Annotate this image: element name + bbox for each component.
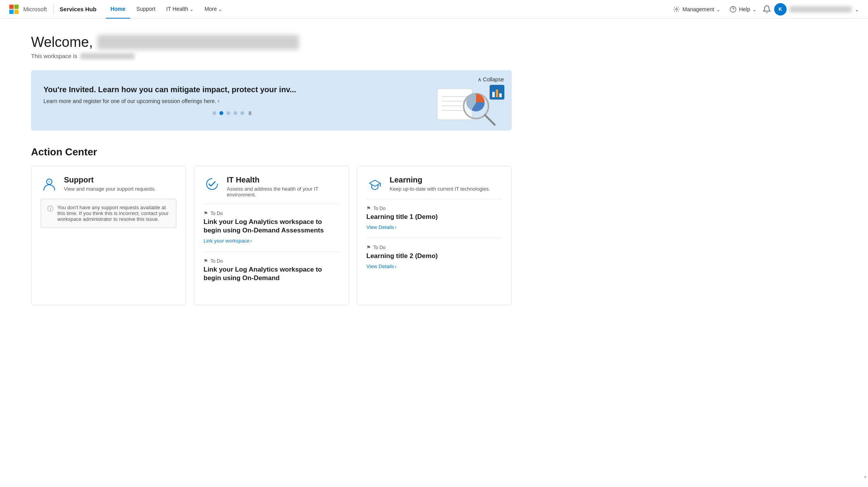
learning-icon xyxy=(366,176,383,193)
link-arrow-1: › xyxy=(250,238,252,244)
it-health-link-workspace[interactable]: Link your workspace › xyxy=(204,238,339,244)
scroll-arrow-down: ▼ xyxy=(863,475,867,479)
ms-logo-grid xyxy=(9,5,19,14)
nav-divider xyxy=(53,5,53,14)
it-health-todo-2: ⚑ To Do Link your Log Analytics workspac… xyxy=(204,258,339,282)
support-card: Support View and manage your support req… xyxy=(31,166,186,305)
username-display xyxy=(790,6,852,12)
main-content: Welcome, This workspace is You're Invite… xyxy=(0,19,543,321)
banner-graphic xyxy=(430,81,499,120)
learning-divider-2 xyxy=(366,238,502,238)
flag-icon-2: ⚑ xyxy=(204,258,208,264)
learning-flag-1: ⚑ xyxy=(366,205,371,211)
help-icon xyxy=(730,6,737,13)
welcome-title: Welcome, xyxy=(31,34,512,50)
learning-link-arrow-2: › xyxy=(395,263,396,269)
learning-view-details-1[interactable]: View Details › xyxy=(366,224,502,230)
dot-4[interactable] xyxy=(233,111,237,115)
nav-right: Management Help K xyxy=(670,3,859,15)
it-health-card-subtitle: Assess and address the health of your IT… xyxy=(227,186,339,198)
workspace-line: This workspace is xyxy=(31,53,512,59)
it-health-divider-2 xyxy=(204,251,339,252)
management-menu[interactable]: Management xyxy=(670,4,723,14)
avatar[interactable]: K xyxy=(774,3,787,15)
banner-title: You're Invited. Learn how you can mitiga… xyxy=(43,85,422,94)
nav-it-health[interactable]: IT Health xyxy=(162,0,198,19)
learning-flag-2: ⚑ xyxy=(366,244,371,250)
support-icon xyxy=(41,176,58,193)
it-health-icon xyxy=(204,176,221,193)
learning-todo-1-title: Learning title 1 (Demo) xyxy=(366,213,502,221)
it-health-card-header: IT Health Assess and address the health … xyxy=(204,176,339,198)
promo-banner: You're Invited. Learn how you can mitiga… xyxy=(31,70,512,131)
info-icon: ⓘ xyxy=(47,205,53,213)
logo-label: Microsoft xyxy=(23,6,47,12)
learning-view-details-2[interactable]: View Details › xyxy=(366,263,502,269)
it-health-chevron xyxy=(190,6,193,12)
help-chevron xyxy=(752,6,756,12)
help-menu[interactable]: Help xyxy=(726,4,759,14)
nav-home[interactable]: Home xyxy=(106,0,130,19)
svg-point-1 xyxy=(730,6,736,12)
it-health-divider xyxy=(204,204,339,204)
it-health-todo-1: ⚑ To Do Link your Log Analytics workspac… xyxy=(204,210,339,244)
user-name-blurred xyxy=(97,35,299,50)
scroll-hint: ▼ xyxy=(863,475,868,479)
learning-todo-1: ⚑ To Do Learning title 1 (Demo) View Det… xyxy=(366,205,502,230)
nav-links: Home Support IT Health More xyxy=(106,0,670,19)
navbar: Microsoft Services Hub Home Support IT H… xyxy=(0,0,868,19)
learning-link-arrow-1: › xyxy=(395,224,396,230)
it-health-todo-1-title: Link your Log Analytics workspace to beg… xyxy=(204,218,339,235)
dot-3[interactable] xyxy=(226,111,230,115)
banner-content: You're Invited. Learn how you can mitiga… xyxy=(43,85,422,116)
banner-chevron-right: › xyxy=(218,98,219,104)
banner-subtitle: Learn more and register for one of our u… xyxy=(43,98,422,104)
svg-point-0 xyxy=(676,8,678,10)
learning-card-header: Learning Keep up-to-date with current IT… xyxy=(366,176,502,193)
it-health-todo-2-title: Link your Log Analytics workspace to beg… xyxy=(204,265,339,282)
gear-icon xyxy=(673,6,680,13)
learning-todo-2-title: Learning title 2 (Demo) xyxy=(366,252,502,260)
it-health-card-title: IT Health xyxy=(227,176,339,184)
learning-card-subtitle: Keep up-to-date with current IT technolo… xyxy=(390,186,490,192)
learning-card-title: Learning xyxy=(390,176,490,184)
svg-point-16 xyxy=(48,181,50,183)
learning-todo-2: ⚑ To Do Learning title 2 (Demo) View Det… xyxy=(366,244,502,269)
cards-grid: Support View and manage your support req… xyxy=(31,166,512,305)
workspace-name-blurred xyxy=(80,53,135,59)
action-center: Action Center Support View and manage yo… xyxy=(31,146,512,305)
dot-1[interactable] xyxy=(212,111,216,115)
management-chevron xyxy=(716,6,720,12)
microsoft-logo[interactable] xyxy=(9,5,19,14)
dot-5[interactable] xyxy=(240,111,244,115)
support-card-subtitle: View and manage your support requests. xyxy=(64,186,156,192)
notifications-icon[interactable] xyxy=(763,5,771,14)
nav-more[interactable]: More xyxy=(200,0,227,19)
support-card-header: Support View and manage your support req… xyxy=(41,176,176,193)
user-chevron[interactable] xyxy=(855,6,859,13)
svg-rect-12 xyxy=(492,92,495,97)
support-info-box: ⓘ You don't have any support requests av… xyxy=(41,199,176,228)
svg-line-9 xyxy=(485,115,495,125)
action-center-title: Action Center xyxy=(31,146,512,158)
svg-rect-13 xyxy=(496,89,498,97)
learning-card: Learning Keep up-to-date with current IT… xyxy=(357,166,512,305)
more-chevron xyxy=(218,6,222,12)
it-health-card: IT Health Assess and address the health … xyxy=(194,166,349,305)
pause-button[interactable]: ⏸ xyxy=(247,110,253,116)
welcome-section: Welcome, This workspace is xyxy=(31,34,512,59)
banner-dots: ⏸ xyxy=(43,110,422,116)
dot-2[interactable] xyxy=(219,111,223,115)
support-card-title: Support xyxy=(64,176,156,184)
nav-support[interactable]: Support xyxy=(132,0,160,19)
flag-icon-1: ⚑ xyxy=(204,210,208,216)
svg-rect-14 xyxy=(499,93,502,97)
brand-title: Services Hub xyxy=(60,6,97,12)
learning-divider-1 xyxy=(366,199,502,199)
